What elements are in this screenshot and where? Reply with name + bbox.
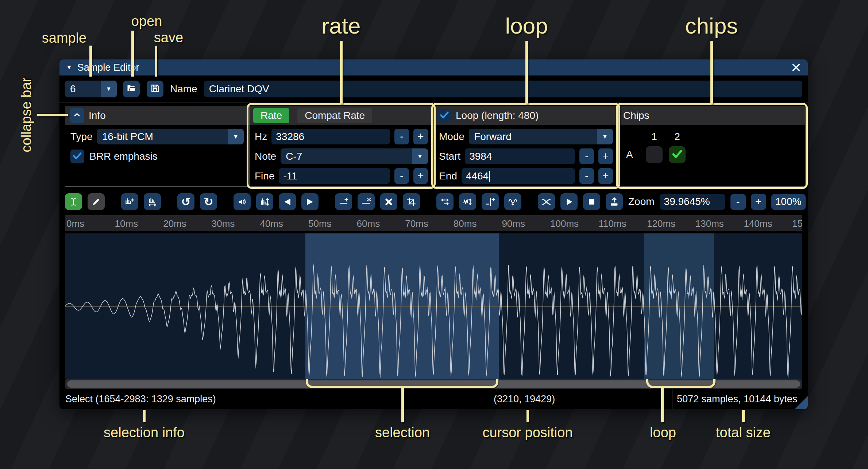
annotation-line-collapse-bar — [37, 114, 68, 116]
annotation-selection-info: selection info — [104, 425, 185, 441]
annotation-bracket-loop — [646, 379, 715, 388]
ruler-tick-label: 30ms — [212, 218, 235, 229]
toolbar-fade-out-button[interactable] — [301, 193, 319, 210]
info-panel-title: Info — [89, 110, 106, 121]
toolbar-undo-button[interactable]: ↺ — [177, 193, 194, 210]
open-sample-button[interactable] — [123, 81, 140, 97]
save-sample-button[interactable] — [147, 81, 163, 97]
annotation-line-loop — [525, 41, 528, 104]
window-collapse-icon[interactable]: ▼ — [66, 64, 72, 71]
close-icon[interactable]: × — [791, 60, 801, 75]
toolbar-invert-button[interactable] — [459, 193, 476, 210]
toolbar-resample-button[interactable] — [144, 193, 161, 210]
window-titlebar[interactable]: ▼ Sample Editor × — [59, 59, 808, 75]
annotation-open: open — [131, 13, 162, 29]
crossfade-icon — [541, 197, 551, 207]
zoom-label: Zoom — [628, 196, 655, 208]
sample-type-value: 16-bit PCM — [97, 129, 228, 144]
toolbar-insert-silence-button[interactable] — [335, 193, 352, 210]
annotation-chips: chips — [685, 13, 738, 39]
chevron-down-icon[interactable]: ▼ — [228, 129, 244, 144]
check-icon — [72, 150, 83, 163]
toolbar-crossfade-loop-button[interactable] — [538, 193, 555, 210]
sample-type-select[interactable]: 16-bit PCM ▼ — [97, 129, 244, 144]
stop-icon — [587, 197, 597, 207]
zoom-out-button[interactable]: - — [730, 194, 746, 210]
toolbar-reverse-button[interactable] — [436, 193, 454, 210]
time-ruler[interactable]: 0ms10ms20ms30ms40ms50ms60ms70ms80ms90ms1… — [65, 215, 802, 231]
annotation-rate: rate — [322, 13, 361, 39]
annotation-line-save — [155, 46, 157, 77]
ruler-tick-label: 100ms — [550, 218, 579, 229]
toolbar-apply-silence-button[interactable] — [358, 193, 375, 210]
sample-name-value: Clarinet DQV — [209, 83, 269, 95]
toolbar-amplify-button[interactable] — [234, 193, 251, 210]
ruler-tick-label: 20ms — [163, 218, 186, 229]
undo-icon: ↺ — [181, 196, 191, 208]
toolbar-trim-button[interactable] — [403, 193, 420, 210]
play-icon — [564, 197, 574, 207]
ruler-tick-label: 80ms — [454, 218, 477, 229]
toolbar-edit-mode-draw-button[interactable] — [88, 193, 105, 210]
toolbar-sign-invert-button[interactable] — [482, 193, 499, 210]
amplify-icon — [237, 197, 247, 207]
zoom-input[interactable]: 39.9645% — [660, 194, 725, 210]
sample-header-row: 6 ▼ Name Clarinet DQV — [59, 75, 808, 102]
sample-number-select[interactable]: 6 ▼ — [65, 81, 117, 97]
zoom-cluster: Zoom 39.9645% - + 100% — [628, 194, 806, 210]
toolbar-preview-button[interactable] — [560, 193, 578, 210]
upload-icon — [609, 197, 619, 207]
chevron-down-icon[interactable]: ▼ — [101, 81, 117, 97]
resample-icon — [147, 197, 157, 207]
annotation-line-chips — [710, 41, 713, 104]
toolbar-apply-filter-button[interactable] — [504, 193, 521, 210]
annotation-line-sample — [89, 46, 92, 77]
zoom-reset-button[interactable]: 100% — [771, 194, 806, 210]
toolbar-delete-button[interactable] — [380, 193, 397, 210]
info-collapse-button[interactable] — [70, 108, 84, 123]
invert-icon — [463, 197, 472, 207]
info-panel: Info Type 16-bit PCM ▼ BRR emp — [65, 106, 249, 187]
floppy-save-icon — [150, 83, 160, 95]
toolbar-redo-button[interactable]: ↻ — [200, 193, 217, 210]
ruler-tick-label: 50ms — [308, 218, 332, 229]
annotation-line-selection — [401, 387, 404, 422]
folder-open-icon — [126, 83, 136, 95]
window-title: Sample Editor — [77, 62, 139, 73]
toolbar-fade-in-button[interactable] — [279, 193, 296, 210]
pencil-icon — [91, 197, 101, 207]
delete-icon — [384, 197, 394, 207]
name-label: Name — [170, 83, 197, 95]
toolbar-stop-preview-button[interactable] — [583, 193, 600, 210]
annotation-bracket-selection — [306, 379, 498, 388]
sign-invert-icon — [485, 197, 495, 207]
fade-out-icon — [305, 197, 315, 207]
toolbar-buttons: ↺↻ — [65, 193, 628, 210]
waveform-display[interactable] — [65, 233, 802, 379]
zoom-value: 39.9645% — [664, 196, 710, 208]
brr-emphasis-checkbox[interactable] — [70, 150, 84, 163]
ruler-tick-label: 70ms — [405, 218, 428, 229]
normalize-icon — [260, 197, 270, 207]
annotation-line-open — [131, 31, 134, 77]
sample-toolbar: ↺↻ Zoom 39.9645% - + 100% — [65, 193, 802, 210]
waveform-canvas[interactable] — [65, 233, 802, 379]
annotation-save: save — [154, 30, 183, 46]
annotation-loop: loop — [505, 13, 548, 39]
toolbar-normalize-button[interactable] — [256, 193, 273, 210]
annotation-selection: selection — [375, 425, 430, 441]
ruler-tick-label: 10ms — [115, 218, 138, 229]
apply-silence-icon — [361, 197, 371, 207]
chevron-up-icon — [73, 111, 81, 121]
ruler-tick-label: 40ms — [260, 218, 283, 229]
zoom-in-button[interactable]: + — [751, 194, 766, 210]
window-resize-grip[interactable] — [795, 396, 808, 409]
toolbar-create-instrument-button[interactable] — [606, 193, 623, 210]
annotation-box-chips — [616, 103, 808, 189]
annotation-line-loop-marker — [661, 387, 664, 422]
ruler-tick-label: 130ms — [695, 218, 724, 229]
toolbar-resize-button[interactable] — [121, 193, 138, 210]
toolbar-edit-mode-select-button[interactable] — [65, 193, 82, 210]
annotation-loop-marker: loop — [650, 425, 676, 441]
resize-icon — [125, 197, 135, 207]
